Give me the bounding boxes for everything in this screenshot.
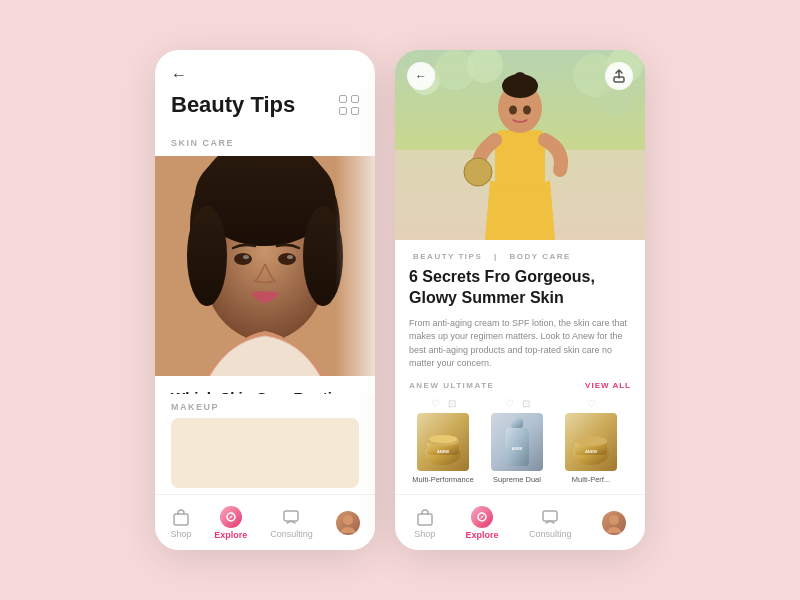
nav-item-consulting[interactable]: Consulting xyxy=(270,507,313,539)
left-phone: ← Beauty Tips SKIN CARE xyxy=(155,50,375,550)
product-name-2: Supreme Dual xyxy=(493,475,541,485)
article-title: Which Skin Care Routine Is Right For Me? xyxy=(171,388,359,394)
svg-point-29 xyxy=(523,106,531,115)
right-nav-item-shop[interactable]: Shop xyxy=(414,507,435,539)
bottom-nav-right: Shop Explore Consulting xyxy=(395,494,645,550)
right-nav-label-explore: Explore xyxy=(466,530,499,540)
right-phone: ← BEAUTY TIPS | BODY CARE 6 Secrets Fro … xyxy=(395,50,645,550)
right-nav-label-shop: Shop xyxy=(414,529,435,539)
svg-point-7 xyxy=(234,253,252,265)
product-card-2[interactable]: ♡ ⊡ xyxy=(483,398,551,485)
svg-rect-36 xyxy=(511,418,523,428)
nav-label-explore: Explore xyxy=(214,530,247,540)
product-card-3[interactable]: ♡ xyxy=(557,398,625,485)
svg-text:ANEW: ANEW xyxy=(585,449,597,454)
products-scroll: ♡ ⊡ xyxy=(409,398,631,485)
product-name-1: Multi-Performance xyxy=(412,475,473,485)
products-label: ANEW ULTIMATE xyxy=(409,381,494,390)
svg-point-8 xyxy=(278,253,296,265)
cart-icon-1[interactable]: ⊡ xyxy=(448,398,456,409)
products-header: ANEW ULTIMATE VIEW ALL xyxy=(409,381,631,390)
product-image-2: ANEW xyxy=(491,413,543,471)
svg-text:ANEW: ANEW xyxy=(512,447,523,451)
right-article-title: 6 Secrets Fro Gorgeous, Glowy Summer Ski… xyxy=(409,267,631,309)
right-nav-item-profile[interactable] xyxy=(602,511,626,535)
avatar xyxy=(336,511,360,535)
svg-rect-30 xyxy=(614,77,624,82)
svg-rect-44 xyxy=(543,511,557,521)
section-label-makeup: MAKEUP xyxy=(155,394,375,412)
svg-point-27 xyxy=(464,158,492,186)
svg-point-34 xyxy=(429,435,457,443)
section-label-skincare: SKIN CARE xyxy=(155,138,375,156)
nav-item-explore[interactable]: Explore xyxy=(214,506,247,540)
right-nav-item-explore[interactable]: Explore xyxy=(466,506,499,540)
right-explore-icon xyxy=(471,506,493,528)
page-title: Beauty Tips xyxy=(171,92,295,118)
svg-point-14 xyxy=(343,515,353,525)
article-category: BEAUTY TIPS | BODY CARE xyxy=(409,252,631,261)
card-peek xyxy=(335,156,375,394)
product-card-1[interactable]: ♡ ⊡ xyxy=(409,398,477,485)
left-content: Which Skin Care Routine Is Right For Me?… xyxy=(155,156,375,494)
bottom-preview-card[interactable] xyxy=(171,418,359,488)
svg-point-9 xyxy=(243,255,249,259)
cart-icon-2[interactable]: ⊡ xyxy=(522,398,530,409)
svg-point-40 xyxy=(575,436,607,446)
product-image-1: ANEW xyxy=(417,413,469,471)
nav-label-shop: Shop xyxy=(170,529,191,539)
svg-point-45 xyxy=(609,515,619,525)
nav-item-profile[interactable] xyxy=(336,511,360,535)
right-avatar xyxy=(602,511,626,535)
svg-point-28 xyxy=(509,106,517,115)
right-nav-item-consulting[interactable]: Consulting xyxy=(529,507,572,539)
svg-point-5 xyxy=(187,206,227,306)
screens-container: ← Beauty Tips SKIN CARE xyxy=(155,50,645,550)
right-shop-icon xyxy=(415,507,435,527)
svg-point-10 xyxy=(287,255,293,259)
nav-item-shop[interactable]: Shop xyxy=(170,507,191,539)
nav-label-consulting: Consulting xyxy=(270,529,313,539)
shop-icon xyxy=(171,507,191,527)
svg-text:ANEW: ANEW xyxy=(437,449,449,454)
product-name-3: Multi-Perf... xyxy=(572,475,610,485)
right-article-body: From anti-aging cream to SPF lotion, the… xyxy=(409,317,631,371)
right-body: BEAUTY TIPS | BODY CARE 6 Secrets Fro Go… xyxy=(395,240,645,494)
article-card[interactable]: Which Skin Care Routine Is Right For Me? xyxy=(155,156,375,394)
right-share-button[interactable] xyxy=(605,62,633,90)
svg-rect-42 xyxy=(418,514,432,525)
view-all-button[interactable]: VIEW ALL xyxy=(585,381,631,390)
grid-view-icon[interactable] xyxy=(339,95,359,115)
explore-icon xyxy=(220,506,242,528)
svg-point-26 xyxy=(512,72,528,92)
left-header: ← Beauty Tips xyxy=(155,50,375,138)
bottom-nav-left: Shop Explore Consulting xyxy=(155,494,375,550)
consulting-icon xyxy=(281,507,301,527)
svg-rect-11 xyxy=(174,514,188,525)
wishlist-icon-3[interactable]: ♡ xyxy=(587,398,596,409)
right-back-button[interactable]: ← xyxy=(407,62,435,90)
svg-rect-13 xyxy=(284,511,298,521)
right-nav-label-consulting: Consulting xyxy=(529,529,572,539)
left-back-button[interactable]: ← xyxy=(171,66,359,84)
wishlist-icon-1[interactable]: ♡ xyxy=(431,398,440,409)
wishlist-icon-2[interactable]: ♡ xyxy=(505,398,514,409)
product-image-3: ANEW xyxy=(565,413,617,471)
right-hero-image: ← xyxy=(395,50,645,240)
right-consulting-icon xyxy=(540,507,560,527)
